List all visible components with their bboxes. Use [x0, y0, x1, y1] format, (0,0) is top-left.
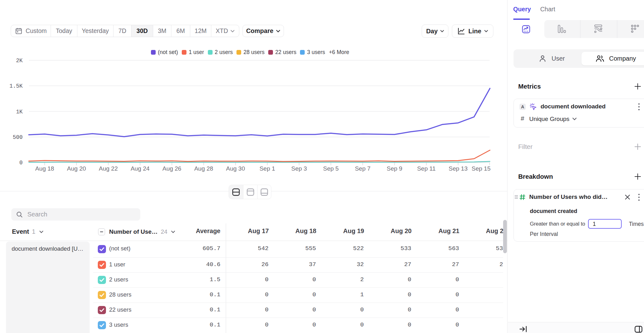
svg-text:Sep 7: Sep 7 [355, 165, 371, 172]
svg-text:Aug 18: Aug 18 [35, 165, 54, 172]
svg-text:Aug 30: Aug 30 [226, 165, 245, 172]
svg-text:Aug 22: Aug 22 [99, 165, 118, 172]
svg-text:1K: 1K [16, 109, 23, 115]
svg-text:Sep 1: Sep 1 [259, 165, 275, 172]
svg-text:0: 0 [19, 160, 23, 166]
svg-text:Sep 5: Sep 5 [323, 165, 339, 172]
svg-text:Aug 26: Aug 26 [162, 165, 181, 172]
svg-text:2K: 2K [16, 57, 23, 64]
svg-text:Sep 15: Sep 15 [472, 165, 491, 172]
svg-text:Sep 9: Sep 9 [387, 165, 402, 172]
svg-text:500: 500 [13, 134, 23, 140]
svg-text:Sep 13: Sep 13 [449, 165, 468, 172]
svg-text:Sep 3: Sep 3 [291, 165, 307, 172]
svg-text:Aug 20: Aug 20 [67, 165, 86, 172]
svg-text:Aug 28: Aug 28 [194, 165, 213, 172]
svg-text:1.5K: 1.5K [9, 83, 23, 89]
svg-text:Aug 24: Aug 24 [130, 165, 150, 172]
svg-text:Sep 11: Sep 11 [417, 165, 436, 172]
